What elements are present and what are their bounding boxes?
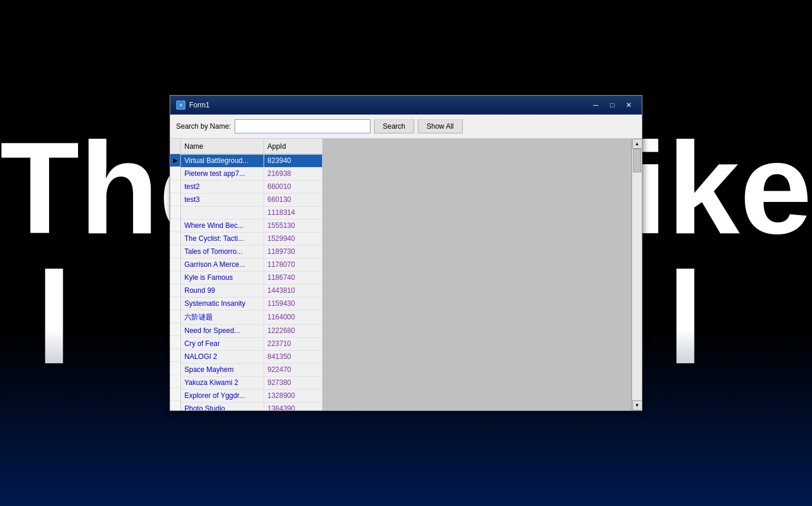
search-button[interactable]: Search bbox=[374, 119, 414, 133]
table-row[interactable]: Cry of Fear223710 bbox=[181, 337, 323, 350]
title-bar-left: Form1 bbox=[176, 100, 210, 110]
row-indicator-cell bbox=[170, 401, 180, 410]
table-cell-appid: 1222680 bbox=[264, 324, 323, 337]
table-row[interactable]: Space Mayhem922470 bbox=[181, 363, 323, 376]
scroll-down-button[interactable]: ▼ bbox=[632, 400, 642, 410]
data-table-wrapper: Name AppId Virtual Battlegroud...823940P… bbox=[181, 139, 323, 410]
search-input[interactable] bbox=[235, 119, 371, 133]
table-row[interactable]: Round 991443810 bbox=[181, 284, 323, 297]
row-indicator-cell bbox=[170, 180, 180, 193]
table-cell-name: Kyle is Famous bbox=[181, 271, 264, 284]
data-table: Name AppId Virtual Battlegroud...823940P… bbox=[181, 139, 323, 410]
table-cell-appid: 823940 bbox=[264, 154, 323, 167]
table-cell-appid: 1186740 bbox=[264, 271, 323, 284]
table-cell-name: NALOGI 2 bbox=[181, 350, 264, 363]
table-cell-name: Tales of Tomorro... bbox=[181, 245, 264, 258]
window-title: Form1 bbox=[189, 101, 210, 109]
row-arrow-icon: ▶ bbox=[173, 157, 178, 164]
table-cell-appid: 1328900 bbox=[264, 389, 323, 402]
table-row[interactable]: test2660010 bbox=[181, 180, 323, 193]
row-indicator-cell bbox=[170, 323, 180, 336]
table-cell-appid: 1178070 bbox=[264, 258, 323, 271]
toolbar: Search by Name: Search Show All bbox=[170, 115, 642, 139]
table-cell-name: Virtual Battlegroud... bbox=[181, 154, 264, 167]
maximize-button[interactable]: □ bbox=[605, 99, 619, 111]
row-indicator-cell bbox=[170, 258, 180, 271]
row-indicator-cell bbox=[170, 297, 180, 310]
table-row[interactable]: Where Wind Bec...1555130 bbox=[181, 219, 323, 232]
row-indicator-cell bbox=[170, 375, 180, 388]
table-row[interactable]: NALOGI 2841350 bbox=[181, 350, 323, 363]
table-row[interactable]: Kyle is Famous1186740 bbox=[181, 271, 323, 284]
row-indicator-cell bbox=[170, 193, 180, 206]
row-indicator-cell bbox=[170, 219, 180, 232]
minimize-button[interactable]: ─ bbox=[589, 99, 603, 111]
table-cell-name: The Cyclist: Tacti... bbox=[181, 232, 264, 245]
table-cell-appid: 922470 bbox=[264, 363, 323, 376]
table-cell-appid: 660130 bbox=[264, 193, 323, 206]
table-row[interactable]: Explorer of Yggdr...1328900 bbox=[181, 389, 323, 402]
row-indicator-cell bbox=[170, 271, 180, 284]
row-indicator-cell: ▶ bbox=[170, 154, 180, 167]
table-row[interactable]: Virtual Battlegroud...823940 bbox=[181, 154, 323, 167]
table-cell-name: Garrison A Merce... bbox=[181, 258, 264, 271]
show-all-button[interactable]: Show All bbox=[418, 119, 463, 133]
bg-text-right: ike l bbox=[631, 123, 812, 383]
table-cell-name: Need for Speed... bbox=[181, 324, 264, 337]
table-cell-name: Photo Studio bbox=[181, 402, 264, 410]
table-cell-name bbox=[181, 206, 264, 219]
scrollbar-thumb[interactable] bbox=[633, 149, 641, 172]
table-cell-name: Space Mayhem bbox=[181, 363, 264, 376]
app-icon bbox=[176, 100, 186, 110]
svg-point-1 bbox=[180, 104, 182, 106]
row-indicator-cell bbox=[170, 388, 180, 401]
row-indicator-cell bbox=[170, 232, 180, 245]
table-cell-appid: 1118314 bbox=[264, 206, 323, 219]
scroll-up-button[interactable]: ▲ bbox=[632, 139, 642, 149]
table-row[interactable]: Yakuza Kiwami 2927380 bbox=[181, 376, 323, 389]
table-cell-name: Explorer of Yggdr... bbox=[181, 389, 264, 402]
table-row[interactable]: test3660130 bbox=[181, 193, 323, 206]
table-cell-name: Round 99 bbox=[181, 284, 264, 297]
table-row[interactable]: The Cyclist: Tacti...1529940 bbox=[181, 232, 323, 245]
row-indicator-cell bbox=[170, 206, 180, 219]
title-bar: Form1 ─ □ ✕ bbox=[170, 96, 642, 115]
col-header-appid: AppId bbox=[264, 139, 323, 154]
close-button[interactable]: ✕ bbox=[622, 99, 636, 111]
table-row[interactable]: Need for Speed...1222680 bbox=[181, 324, 323, 337]
table-row[interactable]: Photo Studio1384390 bbox=[181, 402, 323, 410]
table-cell-appid: 927380 bbox=[264, 376, 323, 389]
row-indicator-header bbox=[170, 139, 180, 154]
row-indicator-cell bbox=[170, 284, 180, 297]
table-row[interactable]: 六阶谜题1164000 bbox=[181, 310, 323, 324]
row-indicator-cell bbox=[170, 245, 180, 258]
table-cell-name: test3 bbox=[181, 193, 264, 206]
table-cell-appid: 223710 bbox=[264, 337, 323, 350]
table-cell-appid: 1164000 bbox=[264, 310, 323, 324]
table-cell-appid: 841350 bbox=[264, 350, 323, 363]
table-cell-appid: 660010 bbox=[264, 180, 323, 193]
table-row[interactable]: Pieterw test app7...216938 bbox=[181, 167, 323, 180]
scrollbar: ▲ ▼ bbox=[632, 139, 642, 410]
table-cell-appid: 1529940 bbox=[264, 232, 323, 245]
table-cell-name: Systematic Insanity bbox=[181, 297, 264, 310]
table-cell-name: Pieterw test app7... bbox=[181, 167, 264, 180]
table-body: Virtual Battlegroud...823940Pieterw test… bbox=[181, 154, 323, 410]
table-container: ▶ Name AppId Virtual Battlegroud...82394… bbox=[170, 139, 642, 410]
col-header-name: Name bbox=[181, 139, 264, 154]
row-indicator-cell bbox=[170, 167, 180, 180]
table-cell-name: test2 bbox=[181, 180, 264, 193]
table-row[interactable]: Systematic Insanity1159430 bbox=[181, 297, 323, 310]
table-cell-appid: 1159430 bbox=[264, 297, 323, 310]
table-row[interactable]: 1118314 bbox=[181, 206, 323, 219]
row-indicator-cell bbox=[170, 349, 180, 362]
table-cell-appid: 1555130 bbox=[264, 219, 323, 232]
table-row[interactable]: Garrison A Merce...1178070 bbox=[181, 258, 323, 271]
preview-panel bbox=[323, 139, 632, 410]
table-row[interactable]: Tales of Tomorro...1189730 bbox=[181, 245, 323, 258]
row-indicator-col: ▶ bbox=[170, 139, 181, 410]
scrollbar-track[interactable] bbox=[632, 149, 642, 400]
table-cell-appid: 1384390 bbox=[264, 402, 323, 410]
row-indicator-cell bbox=[170, 362, 180, 375]
row-indicator-cell bbox=[170, 336, 180, 349]
